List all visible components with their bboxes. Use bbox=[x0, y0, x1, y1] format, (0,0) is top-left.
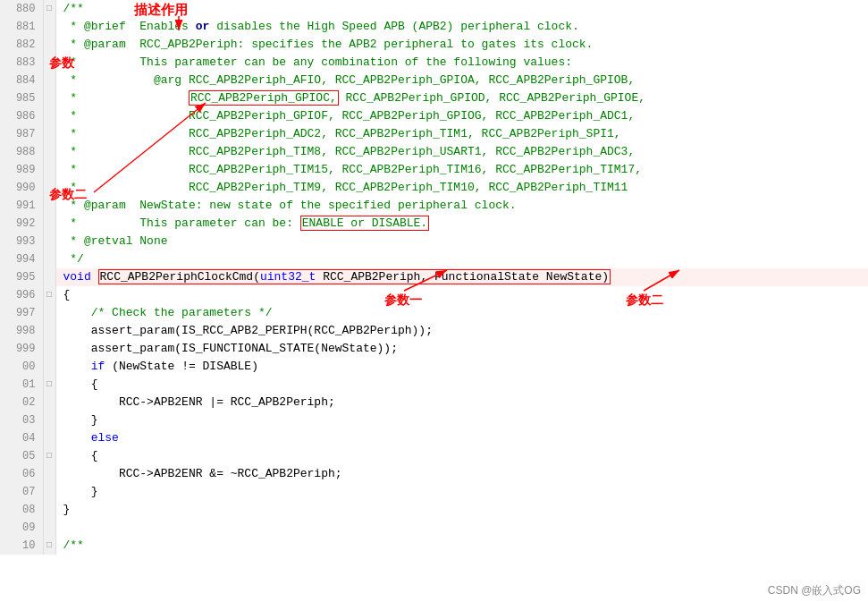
table-row: 06 RCC->APB2ENR &= ~RCC_APB2Periph; bbox=[0, 465, 868, 483]
line-number: 02 bbox=[0, 394, 43, 411]
fold-icon bbox=[43, 411, 55, 429]
line-number: 986 bbox=[0, 107, 43, 125]
line-code: * @arg RCC_APB2Periph_AFIO, RCC_APB2Peri… bbox=[55, 72, 868, 89]
fold-icon bbox=[43, 250, 55, 268]
fold-icon bbox=[43, 72, 55, 89]
line-number: 997 bbox=[0, 304, 43, 322]
line-code: /** bbox=[55, 0, 868, 18]
line-number: 998 bbox=[0, 322, 43, 340]
table-row: 985 * RCC_APB2Periph_GPIOC, RCC_APB2Peri… bbox=[0, 89, 868, 107]
table-row: 883 * This parameter can be any combinat… bbox=[0, 54, 868, 72]
line-number: 992 bbox=[0, 215, 43, 233]
table-row: 992 * This parameter can be: ENABLE or D… bbox=[0, 215, 868, 233]
fold-icon[interactable]: □ bbox=[43, 447, 55, 465]
line-code: } bbox=[55, 411, 868, 429]
line-code: /* Check the parameters */ bbox=[55, 304, 868, 322]
fold-icon bbox=[43, 36, 55, 54]
line-code: * @param NewState: new state of the spec… bbox=[55, 197, 868, 215]
fold-icon bbox=[43, 340, 55, 358]
fold-icon bbox=[43, 143, 55, 161]
line-code: * RCC_APB2Periph_TIM8, RCC_APB2Periph_US… bbox=[55, 143, 868, 161]
table-row: 988 * RCC_APB2Periph_TIM8, RCC_APB2Perip… bbox=[0, 143, 868, 161]
table-row: 996 □ { bbox=[0, 286, 868, 304]
line-number: 06 bbox=[0, 465, 43, 483]
table-row: 04 else bbox=[0, 429, 868, 447]
line-number: 993 bbox=[0, 233, 43, 250]
table-row: 998 assert_param(IS_RCC_APB2_PERIPH(RCC_… bbox=[0, 322, 868, 340]
line-number: 988 bbox=[0, 143, 43, 161]
table-row: 990 * RCC_APB2Periph_TIM9, RCC_APB2Perip… bbox=[0, 179, 868, 197]
line-code: /** bbox=[55, 537, 868, 555]
line-code: * RCC_APB2Periph_GPIOC, RCC_APB2Periph_G… bbox=[55, 89, 868, 107]
line-number: 10 bbox=[0, 537, 43, 555]
line-number: 999 bbox=[0, 340, 43, 358]
line-code: * @param RCC_APB2Periph: specifies the A… bbox=[55, 36, 868, 54]
table-row: 991 * @param NewState: new state of the … bbox=[0, 197, 868, 215]
line-code: assert_param(IS_FUNCTIONAL_STATE(NewStat… bbox=[55, 340, 868, 358]
table-row: 882 * @param RCC_APB2Periph: specifies t… bbox=[0, 36, 868, 54]
fold-icon bbox=[43, 18, 55, 36]
table-row: 884 * @arg RCC_APB2Periph_AFIO, RCC_APB2… bbox=[0, 72, 868, 89]
fold-icon bbox=[43, 322, 55, 340]
fold-icon bbox=[43, 358, 55, 376]
line-number: 996 bbox=[0, 286, 43, 304]
fold-icon bbox=[43, 501, 55, 519]
fold-icon bbox=[43, 107, 55, 125]
line-code: * RCC_APB2Periph_GPIOF, RCC_APB2Periph_G… bbox=[55, 107, 868, 125]
line-number: 04 bbox=[0, 429, 43, 447]
line-number: 989 bbox=[0, 161, 43, 179]
table-row: 880 □ /** bbox=[0, 0, 868, 18]
fold-icon[interactable]: □ bbox=[43, 0, 55, 18]
fold-icon bbox=[43, 519, 55, 537]
line-number: 03 bbox=[0, 411, 43, 429]
table-row: 10 □ /** bbox=[0, 537, 868, 555]
table-row: 00 if (NewState != DISABLE) bbox=[0, 358, 868, 376]
fold-icon bbox=[43, 429, 55, 447]
fold-icon bbox=[43, 54, 55, 72]
table-row: 989 * RCC_APB2Periph_TIM15, RCC_APB2Peri… bbox=[0, 161, 868, 179]
table-row: 987 * RCC_APB2Periph_ADC2, RCC_APB2Perip… bbox=[0, 125, 868, 143]
line-code: * RCC_APB2Periph_ADC2, RCC_APB2Periph_TI… bbox=[55, 125, 868, 143]
fold-icon[interactable]: □ bbox=[43, 286, 55, 304]
table-row: 881 * @brief Enables or disables the Hig… bbox=[0, 18, 868, 36]
line-code: { bbox=[55, 376, 868, 394]
line-number: 987 bbox=[0, 125, 43, 143]
line-code: assert_param(IS_RCC_APB2_PERIPH(RCC_APB2… bbox=[55, 322, 868, 340]
table-row: 07 } bbox=[0, 483, 868, 501]
table-row: 997 /* Check the parameters */ bbox=[0, 304, 868, 322]
line-number: 00 bbox=[0, 358, 43, 376]
fold-icon bbox=[43, 161, 55, 179]
line-code: { bbox=[55, 447, 868, 465]
table-row: 09 bbox=[0, 519, 868, 537]
fold-icon bbox=[43, 215, 55, 233]
line-code: * RCC_APB2Periph_TIM15, RCC_APB2Periph_T… bbox=[55, 161, 868, 179]
line-number: 985 bbox=[0, 89, 43, 107]
line-number: 995 bbox=[0, 268, 43, 286]
table-row: 993 * @retval None bbox=[0, 233, 868, 250]
line-code: RCC->APB2ENR &= ~RCC_APB2Periph; bbox=[55, 465, 868, 483]
table-row: 08 } bbox=[0, 501, 868, 519]
line-code: else bbox=[55, 429, 868, 447]
line-number: 991 bbox=[0, 197, 43, 215]
fold-icon[interactable]: □ bbox=[43, 376, 55, 394]
line-code: } bbox=[55, 501, 868, 519]
line-code: * This parameter can be any combination … bbox=[55, 54, 868, 72]
table-row: 02 RCC->APB2ENR |= RCC_APB2Periph; bbox=[0, 394, 868, 411]
fold-icon bbox=[43, 125, 55, 143]
line-code: RCC->APB2ENR |= RCC_APB2Periph; bbox=[55, 394, 868, 411]
line-number: 881 bbox=[0, 18, 43, 36]
line-code bbox=[55, 519, 868, 537]
fold-icon bbox=[43, 483, 55, 501]
code-table: 880 □ /** 881 * @brief Enables or disabl… bbox=[0, 0, 868, 555]
fold-icon bbox=[43, 304, 55, 322]
table-row: 995 void RCC_APB2PeriphClockCmd(uint32_t… bbox=[0, 268, 868, 286]
table-row: 01 □ { bbox=[0, 376, 868, 394]
line-code: { bbox=[55, 286, 868, 304]
fold-icon[interactable]: □ bbox=[43, 537, 55, 555]
fold-icon bbox=[43, 197, 55, 215]
line-code: } bbox=[55, 483, 868, 501]
line-number: 01 bbox=[0, 376, 43, 394]
table-row: 05 □ { bbox=[0, 447, 868, 465]
line-number: 882 bbox=[0, 36, 43, 54]
line-code: * @retval None bbox=[55, 233, 868, 250]
